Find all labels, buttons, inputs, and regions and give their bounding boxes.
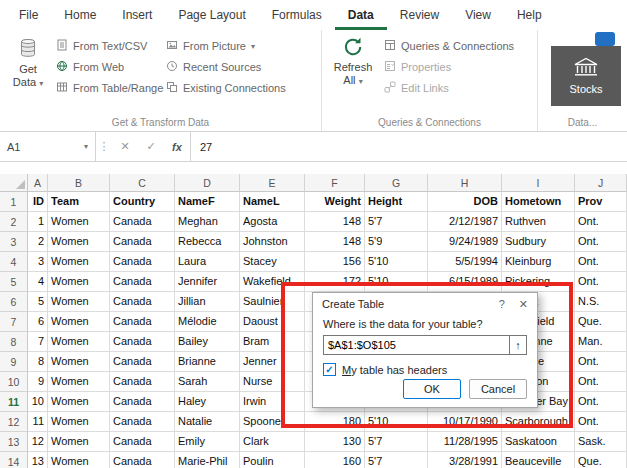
cell-H14[interactable]: 3/28/1991 [428, 452, 502, 468]
cell-G3[interactable]: 5'9 [365, 232, 428, 252]
cancel-entry-icon[interactable]: ✕ [112, 132, 138, 161]
help-icon[interactable]: ? [499, 298, 505, 311]
cell-J9[interactable]: Ont. [575, 352, 627, 372]
stocks-button[interactable]: Stocks [551, 46, 621, 106]
cell-G5[interactable]: 5'10 [365, 272, 428, 292]
cell-A10[interactable]: 9 [28, 372, 48, 392]
cell-J8[interactable]: Man. [575, 332, 627, 352]
ok-button[interactable]: OK [403, 379, 461, 399]
cell-G4[interactable]: 5'10 [365, 252, 428, 272]
cell-D2[interactable]: Meghan [175, 212, 240, 232]
cell-E7[interactable]: Daoust [240, 312, 305, 332]
cell-B14[interactable]: Women [48, 452, 110, 468]
cell-A8[interactable]: 7 [28, 332, 48, 352]
cell-J1[interactable]: Prov [575, 192, 627, 212]
column-header-G[interactable]: G [365, 174, 428, 192]
select-all-corner[interactable] [0, 174, 28, 192]
cell-E11[interactable]: Irwin [240, 392, 305, 412]
cell-J2[interactable]: Ont. [575, 212, 627, 232]
row-header-4[interactable]: 4 [0, 252, 28, 272]
row-header-5[interactable]: 5 [0, 272, 28, 292]
cell-H5[interactable]: 6/15/1989 [428, 272, 502, 292]
cell-G1[interactable]: Height [365, 192, 428, 212]
column-header-I[interactable]: I [502, 174, 575, 192]
from-picture-button[interactable]: From Picture ▾ [166, 39, 286, 53]
cell-J11[interactable]: Ont. [575, 392, 627, 412]
row-header-3[interactable]: 3 [0, 232, 28, 252]
cell-E14[interactable]: Poulin [240, 452, 305, 468]
properties-button[interactable]: Properties [384, 60, 514, 74]
cell-E8[interactable]: Bram [240, 332, 305, 352]
cell-C14[interactable]: Canada [110, 452, 175, 468]
cell-D8[interactable]: Bailey [175, 332, 240, 352]
cell-D14[interactable]: Marie-Phil [175, 452, 240, 468]
cell-B2[interactable]: Women [48, 212, 110, 232]
refresh-all-button[interactable]: Refresh All ▾ [328, 35, 378, 88]
get-data-button[interactable]: Get Data ▾ [3, 35, 53, 90]
cell-J12[interactable]: Ont. [575, 412, 627, 432]
row-header-12[interactable]: 12 [0, 412, 28, 432]
row-header-7[interactable]: 7 [0, 312, 28, 332]
formula-bar-handle[interactable]: ⋮ [96, 132, 112, 161]
row-header-11[interactable]: 11 [0, 392, 28, 412]
cell-A13[interactable]: 12 [28, 432, 48, 452]
cell-A12[interactable]: 11 [28, 412, 48, 432]
cell-C1[interactable]: Country [110, 192, 175, 212]
column-header-A[interactable]: A [28, 174, 48, 192]
cell-B5[interactable]: Women [48, 272, 110, 292]
cell-B13[interactable]: Women [48, 432, 110, 452]
column-header-J[interactable]: J [575, 174, 627, 192]
cell-A9[interactable]: 8 [28, 352, 48, 372]
cell-B6[interactable]: Women [48, 292, 110, 312]
headers-checkbox[interactable]: ✓ [323, 363, 336, 376]
cell-C7[interactable]: Canada [110, 312, 175, 332]
tab-formulas[interactable]: Formulas [259, 0, 335, 30]
enter-entry-icon[interactable]: ✓ [138, 132, 164, 161]
column-header-D[interactable]: D [175, 174, 240, 192]
cell-D7[interactable]: Mélodie [175, 312, 240, 332]
cell-F3[interactable]: 148 [305, 232, 365, 252]
row-header-2[interactable]: 2 [0, 212, 28, 232]
cell-E13[interactable]: Clark [240, 432, 305, 452]
tab-review[interactable]: Review [387, 0, 452, 30]
cell-D12[interactable]: Natalie [175, 412, 240, 432]
cell-H4[interactable]: 5/5/1994 [428, 252, 502, 272]
cell-H3[interactable]: 9/24/1989 [428, 232, 502, 252]
cell-D4[interactable]: Laura [175, 252, 240, 272]
cell-B4[interactable]: Women [48, 252, 110, 272]
cell-E5[interactable]: Wakefield [240, 272, 305, 292]
cell-F13[interactable]: 130 [305, 432, 365, 452]
row-header-10[interactable]: 10 [0, 372, 28, 392]
cell-C13[interactable]: Canada [110, 432, 175, 452]
cell-A6[interactable]: 5 [28, 292, 48, 312]
cell-D1[interactable]: NameF [175, 192, 240, 212]
cell-B12[interactable]: Women [48, 412, 110, 432]
tab-insert[interactable]: Insert [109, 0, 165, 30]
cell-D3[interactable]: Rebecca [175, 232, 240, 252]
cell-D10[interactable]: Sarah [175, 372, 240, 392]
cell-G12[interactable]: 5'10 [365, 412, 428, 432]
recent-sources-button[interactable]: Recent Sources [166, 60, 286, 74]
cell-J14[interactable]: Que. [575, 452, 627, 468]
cell-C6[interactable]: Canada [110, 292, 175, 312]
cell-J7[interactable]: Que. [575, 312, 627, 332]
cell-I12[interactable]: Scarborough [502, 412, 575, 432]
cell-I13[interactable]: Saskatoon [502, 432, 575, 452]
column-header-H[interactable]: H [428, 174, 502, 192]
cell-A3[interactable]: 2 [28, 232, 48, 252]
cell-D5[interactable]: Jennifer [175, 272, 240, 292]
cell-A2[interactable]: 1 [28, 212, 48, 232]
column-header-C[interactable]: C [110, 174, 175, 192]
cell-D13[interactable]: Emily [175, 432, 240, 452]
row-header-8[interactable]: 8 [0, 332, 28, 352]
cell-C10[interactable]: Canada [110, 372, 175, 392]
cell-A11[interactable]: 10 [28, 392, 48, 412]
column-header-F[interactable]: F [305, 174, 365, 192]
cell-D6[interactable]: Jillian [175, 292, 240, 312]
cell-C12[interactable]: Canada [110, 412, 175, 432]
cell-F5[interactable]: 172 [305, 272, 365, 292]
cell-E2[interactable]: Agosta [240, 212, 305, 232]
cell-G14[interactable]: 5'7 [365, 452, 428, 468]
cell-B11[interactable]: Women [48, 392, 110, 412]
tab-page-layout[interactable]: Page Layout [165, 0, 258, 30]
